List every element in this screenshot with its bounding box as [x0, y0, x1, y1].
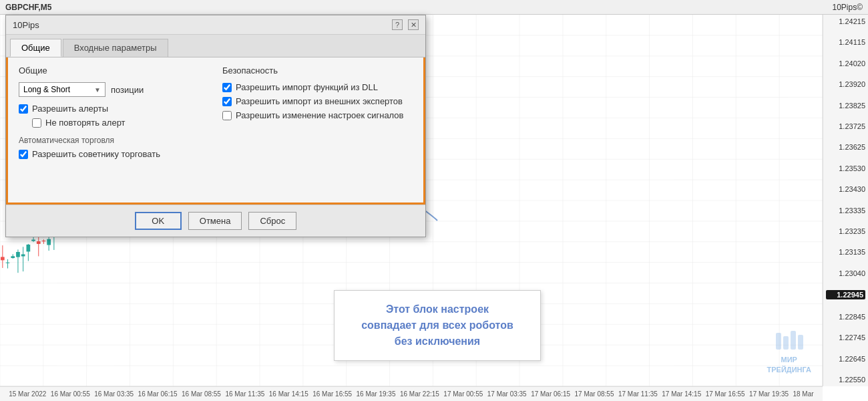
no-repeat-label: Не повторять алерт: [45, 118, 126, 128]
dropdown-arrow-icon: ▼: [94, 86, 101, 94]
time-8: 16 Mar 19:35: [357, 390, 396, 398]
time-9: 16 Mar 22:15: [400, 390, 439, 398]
ok-button[interactable]: OK: [135, 212, 182, 230]
time-0: 15 Mar 2022: [9, 390, 46, 398]
cancel-button[interactable]: Отмена: [188, 212, 242, 230]
no-repeat-checkbox[interactable]: [32, 118, 41, 128]
chart-symbol: GBPCHF,M5: [5, 3, 51, 12]
watermark-text-line2: ТРЕЙДИНГА: [767, 365, 811, 374]
watermark-text-line1: МИР: [767, 355, 811, 364]
right-section-title: Безопасность: [222, 65, 413, 76]
time-7: 16 Mar 16:55: [312, 390, 352, 398]
dropdown-row: Long & Short ▼ позиции: [19, 82, 209, 97]
dropdown-label: позиции: [111, 85, 144, 95]
time-16: 17 Mar 16:55: [706, 390, 745, 398]
time-11: 17 Mar 03:35: [487, 390, 527, 398]
dialog-title: 10Pips: [13, 20, 39, 30]
signal-settings-checkbox[interactable]: [222, 111, 232, 120]
price-6: 1.23725: [826, 122, 865, 130]
checkbox-no-repeat[interactable]: Не повторять алерт: [32, 118, 209, 128]
price-8: 1.23530: [826, 164, 865, 172]
price-5: 1.23825: [826, 102, 865, 110]
dialog-right-section: Безопасность Разрешить импорт функций из…: [222, 65, 413, 194]
dialog-help-button[interactable]: ?: [392, 19, 403, 30]
dialog-footer: OK Отмена Сброс: [6, 205, 425, 237]
checkbox-dll-import[interactable]: Разрешить импорт функций из DLL: [222, 82, 413, 92]
tab-input-params[interactable]: Входные параметры: [63, 39, 168, 57]
external-experts-label: Разрешить импорт из внешних экспертов: [236, 96, 403, 106]
checkbox-external-experts[interactable]: Разрешить импорт из внешних экспертов: [222, 96, 413, 106]
time-2: 16 Mar 03:35: [94, 390, 134, 398]
dialog-controls: ? ✕: [392, 19, 419, 30]
dialog-body: Общие Long & Short ▼ позиции Разрешить а…: [6, 57, 425, 205]
alerts-label: Разрешить алерты: [32, 104, 108, 114]
time-3: 16 Mar 06:15: [138, 390, 178, 398]
price-14: 1.22845: [826, 313, 865, 321]
price-4: 1.23920: [826, 80, 865, 88]
left-section-title: Общие: [19, 65, 209, 76]
time-4: 16 Mar 08:55: [182, 390, 221, 398]
time-1: 16 Mar 00:55: [51, 390, 90, 398]
checkbox-allow-trade[interactable]: Разрешить советнику торговать: [19, 149, 209, 159]
chart-indicator: 10Pips©: [832, 3, 863, 12]
callout-box: Этот блок настроексовпадает для всех роб…: [334, 290, 541, 361]
time-10: 17 Mar 00:55: [443, 390, 483, 398]
dll-import-label: Разрешить импорт функций из DLL: [236, 82, 378, 92]
price-11: 1.23235: [826, 227, 865, 235]
price-17: 1.22550: [826, 376, 865, 384]
allow-trade-checkbox[interactable]: [19, 150, 28, 159]
callout-text: Этот блок настроексовпадает для всех роб…: [348, 301, 527, 350]
time-17: 17 Mar 19:35: [749, 390, 789, 398]
external-experts-checkbox[interactable]: [222, 97, 232, 106]
svg-rect-2: [791, 331, 796, 350]
dll-import-checkbox[interactable]: [222, 83, 232, 92]
price-9: 1.23430: [826, 185, 865, 193]
time-14: 17 Mar 11:35: [618, 390, 658, 398]
time-6: 16 Mar 14:15: [269, 390, 308, 398]
allow-trade-label: Разрешить советнику торговать: [32, 149, 160, 159]
svg-rect-0: [776, 333, 781, 350]
time-5: 16 Mar 11:35: [225, 390, 264, 398]
dialog-tabs: Общие Входные параметры: [6, 35, 425, 57]
watermark: МИР ТРЕЙДИНГА: [767, 329, 811, 374]
time-12: 17 Mar 06:15: [531, 390, 570, 398]
watermark-icon: [773, 329, 806, 353]
time-18: 18 Mar: [793, 390, 813, 398]
checkbox-alerts[interactable]: Разрешить алерты: [19, 104, 209, 114]
dialog-left-section: Общие Long & Short ▼ позиции Разрешить а…: [19, 65, 209, 194]
checkbox-signal-settings[interactable]: Разрешить изменение настроек сигналов: [222, 110, 413, 120]
dropdown-value: Long & Short: [23, 85, 70, 94]
svg-rect-3: [798, 335, 803, 350]
reset-button[interactable]: Сброс: [248, 212, 296, 230]
price-12: 1.23135: [826, 248, 865, 256]
time-13: 17 Mar 08:55: [575, 390, 614, 398]
price-7: 1.23625: [826, 143, 865, 151]
price-highlight: 1.22945: [826, 290, 865, 299]
price-16: 1.22645: [826, 355, 865, 363]
price-2: 1.24115: [826, 38, 865, 46]
svg-rect-1: [783, 336, 789, 350]
price-13: 1.23040: [826, 269, 865, 277]
price-axis: 1.24215 1.24115 1.24020 1.23920 1.23825 …: [823, 15, 868, 386]
signal-settings-label: Разрешить изменение настроек сигналов: [236, 110, 404, 120]
auto-trade-title: Автоматическая торговля: [19, 136, 209, 145]
position-dropdown[interactable]: Long & Short ▼: [19, 82, 105, 97]
chart-topbar: GBPCHF,M5 10Pips©: [0, 0, 868, 15]
tab-general[interactable]: Общие: [10, 39, 61, 57]
dialog-close-button[interactable]: ✕: [408, 19, 419, 30]
price-10: 1.23335: [826, 207, 865, 215]
time-axis: 15 Mar 2022 16 Mar 00:55 16 Mar 03:35 16…: [0, 386, 823, 401]
price-1: 1.24215: [826, 17, 865, 25]
alerts-checkbox[interactable]: [19, 104, 28, 114]
time-15: 17 Mar 14:15: [662, 390, 701, 398]
price-3: 1.24020: [826, 59, 865, 68]
dialog-window[interactable]: 10Pips ? ✕ Общие Входные параметры Общие…: [5, 15, 426, 237]
price-15: 1.22745: [826, 333, 865, 342]
dialog-titlebar: 10Pips ? ✕: [6, 15, 425, 35]
